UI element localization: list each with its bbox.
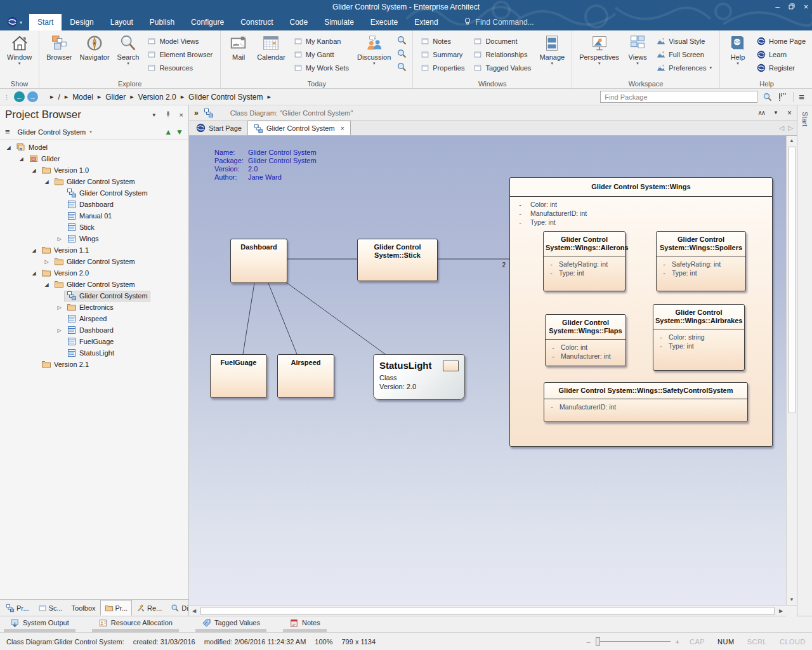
ribbon-menu-item[interactable]: My Kanban [289,34,353,48]
ribbon-tab[interactable]: Execute [362,14,406,30]
ribbon-menu-item[interactable]: Visual Style▾ [652,34,716,48]
tree-item[interactable]: Version 2.1 [0,359,188,370]
vertical-scrollbar[interactable]: ▲ ▼ [786,136,797,605]
tree-item[interactable]: ◢ Glider [0,153,188,164]
toggle-indicator[interactable]: CAP [690,638,705,646]
zoom-slider[interactable]: – + [586,638,679,646]
expander-icon[interactable]: ▷ [55,305,64,310]
back-button[interactable]: ← [14,91,25,102]
class-node-dashboard[interactable]: Dashboard [230,239,287,283]
search-icon[interactable] [763,92,773,102]
pin-list-icon[interactable] [778,92,788,102]
expander-icon[interactable]: ▷ [42,259,51,265]
toggle-indicator[interactable]: SCRL [747,638,767,646]
ribbon-menu-item[interactable]: Full Screen▾ [652,48,716,61]
tree-item[interactable]: Stick [0,222,188,233]
dock-tab[interactable]: Notes [283,616,327,632]
expander-icon[interactable]: ◢ [29,248,39,253]
ribbon-tab[interactable]: Construct [232,14,281,30]
side-tab-start[interactable]: Start [801,112,809,126]
expander-icon[interactable]: ▷ [55,236,64,242]
help-button[interactable]: Help ▾ [723,32,752,66]
class-node-flaps[interactable]: Glider Control System::Wings::Flaps -Col… [545,314,626,366]
breadcrumb-item[interactable]: Model [72,93,93,102]
tab-scroll-left-icon[interactable]: ◁ [780,124,785,131]
manage-button[interactable]: Manage ▾ [535,32,568,66]
caret-down-icon[interactable]: ▼ [773,110,778,116]
discussion-button[interactable]: Discussion ▾ [353,32,395,66]
expander-icon[interactable]: ◢ [42,179,51,185]
ribbon-menu-item[interactable]: Relationships [469,48,535,61]
toggle-indicator[interactable]: NUM [717,638,735,646]
tree-item[interactable]: Airspeed [0,313,188,324]
dock-tab[interactable]: Resource Allocation [92,616,179,632]
ribbon-menu-item[interactable]: Document [469,34,535,48]
tree-item[interactable]: Glider Control System [0,187,188,199]
ribbon-tab[interactable]: Design [62,14,102,30]
breadcrumb-item[interactable]: / [58,93,60,102]
ribbon-menu-item[interactable]: My Work Sets [289,61,353,74]
tree-item[interactable]: Manual 01 [0,210,188,222]
toggle-indicator[interactable]: CLOUD [780,638,806,646]
expander-icon[interactable]: ▷ [55,328,64,333]
tree-item[interactable]: ◢ Version 1.0 [0,164,188,176]
panel-menu-icon[interactable]: ▼ [152,112,157,118]
views-button[interactable]: Views ▾ [623,32,652,66]
tab-scroll-right-icon[interactable]: ▷ [788,124,793,131]
tree-item[interactable]: ◢ Glider Control System [0,279,188,290]
tree-item[interactable]: ◢ Version 1.1 [0,244,188,256]
tree-item[interactable]: FuelGuage [0,336,188,347]
move-down-icon[interactable]: ▼ [176,128,183,136]
close-icon[interactable]: × [787,109,792,117]
expander-icon[interactable]: ◢ [29,168,39,173]
menu-icon[interactable]: ≡ [799,91,804,102]
ribbon-menu-item[interactable]: Notes [416,34,469,48]
scroll-up-icon[interactable]: ▲ [789,136,794,146]
ribbon-menu-item[interactable]: Learn [752,48,810,61]
close-icon[interactable]: × [804,0,808,14]
ribbon-menu-item[interactable]: My Gantt [289,48,353,61]
ribbon-menu-item[interactable]: Element Browser [143,48,217,61]
class-node-spoilers[interactable]: Glider Control System::Wings::Spoilers -… [656,231,746,291]
class-node-safetycontrolsystem[interactable]: Glider Control System::Wings::SafetyCont… [544,382,748,422]
panel-tab[interactable]: Pr... [1,600,34,616]
ribbon-tab[interactable]: Code [281,14,316,30]
breadcrumb-item[interactable]: Version 2.0 [138,93,176,102]
class-node-ailerons[interactable]: Glider Control System::Wings::Ailerons -… [543,231,625,291]
find-command[interactable]: Find Command... [463,14,534,30]
search-icon[interactable] [396,62,407,72]
scroll-left-icon[interactable]: ◀ [189,608,199,614]
class-node-statuslight[interactable]: StatusLight Class Version: 2.0 [373,354,465,400]
tree-item[interactable]: ◢ Model [0,142,188,153]
scrollbar-thumb[interactable] [200,607,775,615]
navigator-button[interactable]: Navigator [75,32,113,62]
panel-tab[interactable]: Sc... [34,600,67,616]
tree-item[interactable]: ▷ Wings [0,233,188,244]
horizontal-scrollbar[interactable]: ◀ ▶ [189,605,797,616]
ribbon-menu-item[interactable]: Resources [143,61,217,74]
ribbon-menu-item[interactable]: Register [752,61,810,74]
window-button[interactable]: Window ▾ [3,32,36,66]
collapse-icon[interactable]: ∧∧ [757,109,764,116]
ribbon-tab[interactable]: Layout [102,14,141,30]
ribbon-tab[interactable]: Publish [141,14,183,30]
tree-item[interactable]: Glider Control System [0,290,188,302]
scroll-down-icon[interactable]: ▼ [789,595,794,605]
pin-icon[interactable] [164,110,172,119]
browser-button[interactable]: Browser [43,32,75,62]
tree-item[interactable]: ◢ Glider Control System [0,176,188,187]
ribbon-menu-item[interactable]: Summary [416,48,469,61]
panel-tab[interactable]: Toolbox [67,600,100,616]
overflow-chevron-icon[interactable]: » [194,109,199,117]
expander-icon[interactable]: ◢ [4,145,13,150]
dock-tab[interactable]: System Output [4,616,75,632]
close-icon[interactable]: × [180,111,183,119]
mail-button[interactable]: Mail [224,32,253,62]
browser-menu-icon[interactable]: ≡ [5,127,10,136]
ribbon-tab[interactable]: Start [29,14,62,30]
expander-icon[interactable]: ◢ [16,156,26,162]
minimize-icon[interactable]: – [775,0,780,14]
search-icon[interactable] [396,48,407,59]
zoom-in-icon[interactable]: + [676,638,679,646]
class-node-airbrakes[interactable]: Glider Control System::Wings::Airbrakes … [653,304,745,371]
